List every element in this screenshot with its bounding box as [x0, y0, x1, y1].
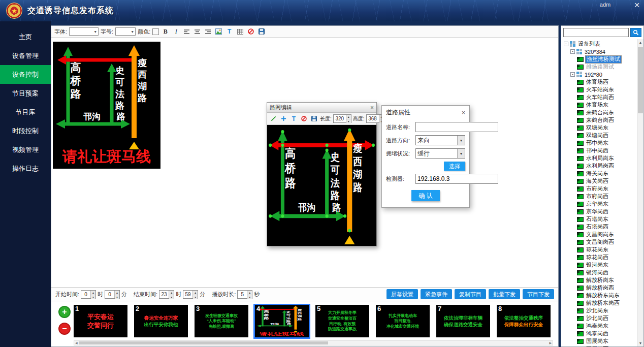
detector-input[interactable]: [415, 174, 498, 184]
spinner-down-icon[interactable]: ▼: [346, 119, 351, 123]
collapse-icon[interactable]: -: [570, 49, 575, 54]
tree-device-解放桥岗东[interactable]: 解放桥岗东: [563, 276, 637, 284]
road-editor-canvas[interactable]: 高桥路史可法路瘦西湖路邗沟路: [267, 125, 376, 246]
tree-device-维扬路测试[interactable]: 维扬路测试: [563, 63, 637, 71]
spinner-up-icon[interactable]: ▲: [346, 115, 351, 119]
tree-device-双塘岗西[interactable]: 双塘岗西: [563, 132, 637, 139]
program-tile-2[interactable]: 春运安全连万家出行平安你我他2: [134, 305, 188, 337]
align-center-icon[interactable]: [193, 27, 202, 36]
tree-device-琼花岗西[interactable]: 琼花岗西: [563, 254, 637, 261]
tree-device-来鹤台岗东[interactable]: 来鹤台岗东: [563, 109, 637, 116]
spinner-up-icon[interactable]: ▲: [247, 291, 252, 295]
spinner-down-icon[interactable]: ▼: [247, 295, 252, 299]
color-swatch[interactable]: [152, 28, 159, 35]
tree-group-192*80[interactable]: -192*80: [563, 71, 637, 78]
tree-device-国展岗东[interactable]: 国展岗东: [563, 337, 637, 345]
road-editor-close-button[interactable]: ×: [370, 104, 374, 111]
spinner-down-icon[interactable]: ▼: [115, 295, 119, 299]
tree-device-鸿泰岗东[interactable]: 鸿泰岗东: [563, 322, 637, 330]
text-tool-icon[interactable]: T: [289, 114, 298, 123]
led-preview[interactable]: 高桥路史可法路瘦西湖路邗沟路请礼让斑马线: [53, 42, 160, 169]
tree-device-水利局岗西[interactable]: 水利局岗西: [563, 162, 637, 170]
sidebar-item-视频管理[interactable]: 视频管理: [0, 140, 51, 159]
save-icon[interactable]: [310, 114, 318, 123]
program-tile-1[interactable]: 平安春运交警同行1: [74, 305, 127, 337]
spinner-up-icon[interactable]: ▲: [91, 291, 95, 295]
grid-icon[interactable]: [236, 27, 244, 36]
delete-tool-icon[interactable]: [300, 114, 308, 123]
font-family-select[interactable]: ▼: [69, 27, 99, 36]
tree-device-石塔岗西[interactable]: 石塔岗西: [563, 223, 637, 231]
scroll-up-icon[interactable]: ▲: [637, 39, 643, 46]
confirm-button[interactable]: 确 认: [411, 190, 439, 201]
scroll-left-icon[interactable]: ◀: [75, 341, 78, 345]
action-button-节目下发[interactable]: 节目下发: [523, 289, 554, 299]
spinner-up-icon[interactable]: ▲: [193, 291, 198, 295]
tree-device-鸿泰岗西[interactable]: 鸿泰岗西: [563, 330, 637, 337]
duration-spinner[interactable]: 5▲▼: [237, 290, 252, 299]
sidebar-item-节目预案[interactable]: 节目预案: [0, 84, 51, 103]
end-minute-spinner[interactable]: 59▲▼: [183, 290, 198, 299]
road-name-input[interactable]: [415, 122, 498, 132]
remove-program-button[interactable]: −: [58, 323, 71, 335]
program-tile-4[interactable]: 高桥路史可法路瘦西湖路邗沟路请礼让斑马线4: [255, 305, 309, 337]
search-button[interactable]: [630, 28, 641, 37]
action-button-屏幕设置[interactable]: 屏幕设置: [387, 289, 418, 299]
length-spinner[interactable]: 320▲▼: [333, 114, 351, 123]
tree-device-国展岗西[interactable]: 国展岗西: [563, 345, 637, 346]
program-tile-6[interactable]: 扎实开展电动车百日整治,净化城市交通环境6: [376, 305, 430, 337]
spinner-down-icon[interactable]: ▼: [169, 295, 174, 299]
sidebar-item-操作日志[interactable]: 操作日志: [0, 159, 51, 178]
end-hour-spinner[interactable]: 23▲▼: [159, 290, 174, 299]
program-tile-8[interactable]: 依法整治交通秩序保障群众出行安全8: [497, 305, 551, 337]
road-editor-titlebar[interactable]: 路网编辑 ×: [267, 103, 376, 113]
tree-device-水利局岗东[interactable]: 水利局岗东: [563, 154, 637, 162]
add-program-button[interactable]: +: [58, 306, 71, 318]
road-properties-close-button[interactable]: ×: [462, 109, 465, 116]
program-tile-5[interactable]: 大力开展秋冬季交通安全整治百日行动, 有效预防道路交通事故5: [315, 305, 369, 337]
spinner-up-icon[interactable]: ▲: [115, 291, 119, 295]
italic-button[interactable]: I: [172, 27, 180, 36]
tree-device-邗中岗东[interactable]: 邗中岗东: [563, 139, 637, 147]
save-icon[interactable]: [257, 27, 266, 36]
tree-device-体育场西[interactable]: 体育场西: [563, 78, 637, 86]
tree-device-解放桥东岗东[interactable]: 解放桥东岗东: [563, 292, 637, 299]
tree-device-解放桥东岗西[interactable]: 解放桥东岗西: [563, 299, 637, 307]
spinner-up-icon[interactable]: ▲: [169, 291, 174, 295]
clear-icon[interactable]: [246, 27, 255, 36]
tree-root-device-list[interactable]: -设备列表: [563, 40, 637, 48]
tree-device-琼花岗东[interactable]: 琼花岗东: [563, 246, 637, 254]
tree-device-海关岗西[interactable]: 海关岗西: [563, 177, 637, 185]
text-tool-icon[interactable]: T: [225, 27, 234, 36]
tree-device-火车站岗西[interactable]: 火车站岗西: [563, 93, 637, 101]
tree-device-石塔岗东[interactable]: 石塔岗东: [563, 215, 637, 223]
tree-device-银河岗东[interactable]: 银河岗东: [563, 261, 637, 269]
program-tile-7[interactable]: 依法治理非标车辆确保道路交通安全7: [436, 305, 490, 337]
scroll-right-icon[interactable]: ▶: [549, 341, 552, 345]
program-scrollbar[interactable]: ◀ ▶: [74, 340, 553, 345]
tree-scrollbar[interactable]: ▲ ▼: [637, 39, 643, 346]
tree-device-火车站岗东[interactable]: 火车站岗东: [563, 86, 637, 93]
start-hour-spinner[interactable]: 0▲▼: [81, 290, 96, 299]
tree-device-沙北岗西[interactable]: 沙北岗西: [563, 314, 637, 322]
tree-device-沙北岗东[interactable]: 沙北岗东: [563, 307, 637, 314]
spinner-down-icon[interactable]: ▼: [193, 295, 198, 299]
tree-device-海关岗东[interactable]: 海关岗东: [563, 170, 637, 177]
device-search-input[interactable]: [563, 28, 629, 37]
tree-device-京华岗西[interactable]: 京华岗西: [563, 208, 637, 215]
tree-device-邗中岗西[interactable]: 邗中岗西: [563, 147, 637, 154]
select-detector-button[interactable]: 选择: [444, 162, 465, 171]
bold-button[interactable]: B: [161, 27, 170, 36]
sidebar-item-设备控制[interactable]: 设备控制: [0, 65, 51, 84]
tree-group-320*384[interactable]: -320*384: [563, 48, 637, 55]
tree-device-银河岗西[interactable]: 银河岗西: [563, 269, 637, 276]
program-tile-3[interactable]: 发生轻微交通事故“人未伤,车能动”先拍照,后撤离3: [195, 305, 248, 337]
scroll-down-icon[interactable]: ▼: [637, 340, 643, 346]
congestion-select[interactable]: 缓行▼: [415, 148, 465, 159]
font-size-select[interactable]: ▼: [115, 27, 136, 36]
tree-device-双塘岗东[interactable]: 双塘岗东: [563, 124, 637, 132]
align-left-icon[interactable]: [182, 27, 191, 36]
tree-device-体育场东[interactable]: 体育场东: [563, 101, 637, 109]
tree-device-渔丝湾桥测试[interactable]: 渔丝湾桥测试: [563, 55, 637, 63]
tree-device-京华岗东[interactable]: 京华岗东: [563, 200, 637, 208]
